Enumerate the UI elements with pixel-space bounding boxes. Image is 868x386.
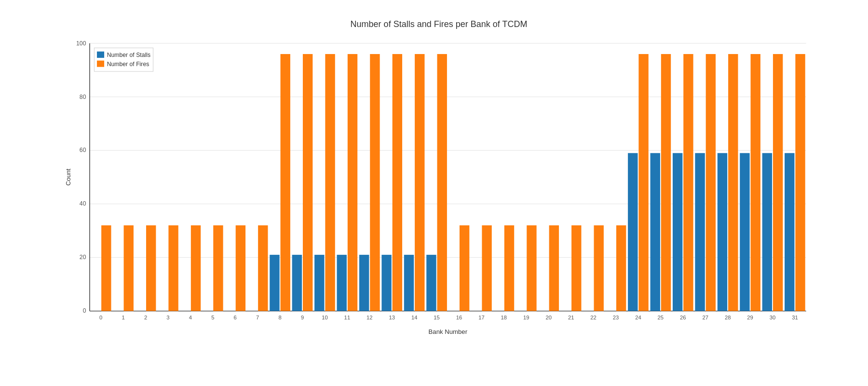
svg-rect-88 — [740, 153, 749, 311]
svg-rect-40 — [325, 54, 335, 311]
svg-rect-94 — [785, 153, 794, 311]
svg-text:11: 11 — [344, 315, 351, 320]
svg-rect-79 — [673, 153, 682, 311]
svg-text:13: 13 — [389, 315, 395, 320]
svg-rect-19 — [124, 225, 134, 311]
svg-rect-71 — [616, 225, 626, 311]
svg-text:27: 27 — [702, 315, 708, 320]
svg-text:21: 21 — [568, 315, 574, 320]
svg-text:30: 30 — [770, 315, 776, 320]
svg-rect-91 — [762, 153, 772, 311]
svg-text:Number of Fires: Number of Fires — [107, 61, 149, 68]
svg-text:1: 1 — [122, 315, 124, 320]
svg-rect-31 — [258, 225, 268, 311]
svg-text:20: 20 — [545, 315, 552, 320]
svg-rect-33 — [270, 255, 279, 311]
svg-rect-37 — [303, 54, 312, 311]
svg-text:7: 7 — [256, 315, 259, 320]
svg-rect-25 — [191, 225, 201, 311]
chart-area: 020406080100CountBank Number012345678910… — [39, 34, 839, 338]
svg-rect-77 — [661, 54, 671, 311]
svg-text:8: 8 — [278, 315, 281, 320]
svg-text:Number of Stalls: Number of Stalls — [107, 52, 150, 58]
svg-text:6: 6 — [234, 315, 237, 320]
svg-rect-43 — [348, 54, 357, 311]
chart-title: Number of Stalls and Fires per Bank of T… — [39, 19, 839, 29]
svg-text:26: 26 — [680, 315, 686, 320]
svg-text:14: 14 — [411, 315, 418, 320]
svg-rect-69 — [594, 225, 604, 311]
svg-rect-59 — [482, 225, 491, 311]
svg-rect-61 — [504, 225, 514, 311]
svg-text:9: 9 — [301, 315, 304, 320]
svg-rect-55 — [437, 54, 447, 311]
svg-text:10: 10 — [322, 315, 328, 320]
svg-rect-98 — [97, 52, 104, 58]
svg-rect-54 — [426, 255, 436, 311]
svg-text:4: 4 — [189, 315, 192, 320]
svg-rect-89 — [751, 54, 760, 311]
svg-text:3: 3 — [166, 315, 169, 320]
svg-rect-36 — [292, 255, 302, 311]
svg-text:0: 0 — [99, 315, 102, 320]
svg-text:12: 12 — [366, 315, 373, 320]
svg-text:100: 100 — [76, 40, 86, 47]
svg-rect-82 — [695, 153, 705, 311]
svg-text:2: 2 — [144, 315, 147, 320]
svg-text:31: 31 — [792, 315, 798, 320]
svg-text:0: 0 — [83, 307, 86, 314]
svg-rect-65 — [549, 225, 559, 311]
svg-rect-46 — [370, 54, 380, 311]
svg-rect-74 — [638, 54, 648, 311]
svg-rect-17 — [101, 225, 111, 311]
svg-rect-76 — [651, 153, 660, 311]
chart-container: Number of Stalls and Fires per Bank of T… — [0, 0, 868, 386]
svg-text:40: 40 — [80, 200, 86, 207]
svg-rect-67 — [571, 225, 581, 311]
svg-text:28: 28 — [725, 315, 731, 320]
svg-rect-95 — [795, 54, 805, 311]
svg-rect-21 — [146, 225, 156, 311]
svg-rect-73 — [628, 153, 637, 311]
svg-text:20: 20 — [80, 254, 86, 261]
svg-rect-49 — [393, 54, 402, 311]
svg-text:29: 29 — [747, 315, 753, 320]
svg-text:22: 22 — [590, 315, 597, 320]
svg-rect-42 — [337, 255, 347, 311]
svg-rect-52 — [415, 54, 424, 311]
svg-text:5: 5 — [211, 315, 214, 320]
svg-text:Bank Number: Bank Number — [429, 328, 468, 335]
svg-text:23: 23 — [613, 315, 619, 320]
svg-rect-92 — [773, 54, 783, 311]
svg-text:24: 24 — [635, 315, 641, 320]
svg-text:18: 18 — [501, 315, 507, 320]
svg-text:60: 60 — [80, 147, 86, 153]
svg-text:25: 25 — [658, 315, 664, 320]
svg-rect-34 — [281, 54, 290, 311]
svg-rect-63 — [527, 225, 536, 311]
svg-text:Count: Count — [65, 168, 72, 185]
svg-rect-51 — [404, 255, 414, 311]
svg-rect-86 — [728, 54, 738, 311]
svg-rect-27 — [213, 225, 223, 311]
svg-rect-45 — [359, 255, 369, 311]
svg-text:17: 17 — [478, 315, 485, 320]
svg-rect-85 — [718, 153, 727, 311]
svg-rect-100 — [97, 61, 104, 67]
svg-rect-80 — [683, 54, 693, 311]
svg-rect-48 — [381, 255, 391, 311]
svg-text:15: 15 — [434, 315, 440, 320]
svg-rect-83 — [706, 54, 716, 311]
svg-text:80: 80 — [80, 94, 86, 100]
svg-rect-57 — [460, 225, 469, 311]
svg-text:19: 19 — [523, 315, 529, 320]
svg-rect-29 — [236, 225, 245, 311]
svg-text:16: 16 — [456, 315, 462, 320]
svg-rect-39 — [314, 255, 324, 311]
svg-rect-23 — [168, 225, 178, 311]
